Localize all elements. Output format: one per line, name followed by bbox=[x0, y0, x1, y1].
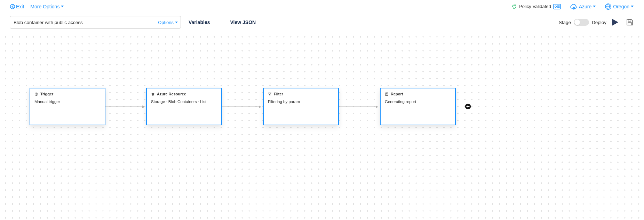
save-button[interactable] bbox=[626, 18, 634, 26]
svg-line-12 bbox=[574, 9, 575, 9]
svg-line-14 bbox=[574, 7, 575, 7]
refresh-icon bbox=[511, 4, 517, 9]
connector-arrow bbox=[105, 107, 144, 107]
workflow-options-label: Options bbox=[158, 20, 174, 25]
svg-point-0 bbox=[10, 4, 15, 9]
chevron-down-icon bbox=[61, 6, 64, 7]
chevron-down-icon bbox=[593, 6, 596, 7]
more-options-label: More Options bbox=[30, 4, 59, 9]
tab-view-json[interactable]: View JSON bbox=[230, 19, 256, 25]
node-subtitle: Filtering by param bbox=[268, 100, 334, 104]
add-node-button[interactable] bbox=[465, 103, 471, 110]
svg-rect-17 bbox=[628, 23, 631, 25]
exit-label: Exit bbox=[16, 4, 24, 9]
node-subtitle: Storage : Blob Containers : List bbox=[151, 100, 217, 104]
more-options-button[interactable]: More Options bbox=[30, 4, 64, 9]
svg-line-13 bbox=[573, 9, 573, 9]
svg-line-23 bbox=[37, 94, 37, 94]
exit-icon bbox=[10, 4, 15, 9]
node-header: Filter bbox=[268, 92, 334, 96]
workflow-name-field[interactable]: Options bbox=[10, 16, 181, 29]
topbar: Exit More Options Policy Validated Azure… bbox=[0, 0, 644, 13]
workflow-options-button[interactable]: Options bbox=[158, 20, 178, 25]
workflow-name-input[interactable] bbox=[14, 20, 156, 25]
workflow-node[interactable]: ReportGenerating report bbox=[380, 88, 456, 125]
toggle-knob bbox=[574, 19, 580, 25]
cloud-gear-icon bbox=[570, 3, 578, 10]
topbar-right: Policy Validated Azure Oregon bbox=[511, 3, 634, 10]
connector-arrow bbox=[339, 107, 378, 107]
node-type-icon bbox=[385, 92, 389, 96]
region-select[interactable]: Oregon bbox=[605, 3, 634, 10]
node-type-icon bbox=[151, 92, 155, 96]
node-title: Report bbox=[391, 92, 403, 96]
chevron-down-icon bbox=[175, 22, 178, 23]
node-header: Trigger bbox=[34, 92, 101, 96]
topbar-left: Exit More Options bbox=[10, 4, 64, 9]
connector-arrow bbox=[222, 107, 261, 107]
node-type-icon bbox=[268, 92, 272, 96]
plus-circle-icon bbox=[465, 103, 471, 110]
node-type-icon bbox=[34, 92, 38, 96]
globe-icon bbox=[605, 3, 612, 10]
deploy-label: Deploy bbox=[592, 20, 606, 25]
stage-deploy-toggle-group: Stage Deploy bbox=[559, 19, 606, 26]
exit-button[interactable]: Exit bbox=[10, 4, 24, 9]
node-header: Report bbox=[385, 92, 451, 96]
svg-point-2 bbox=[555, 6, 556, 7]
node-header: Azure Resource bbox=[151, 92, 217, 96]
run-button[interactable] bbox=[612, 19, 618, 26]
workflow-node[interactable]: FilterFiltering by param bbox=[263, 88, 339, 125]
workflow-node[interactable]: Azure ResourceStorage : Blob Containers … bbox=[146, 88, 222, 125]
node-title: Trigger bbox=[40, 92, 53, 96]
stage-deploy-toggle[interactable] bbox=[574, 19, 589, 26]
workflow-canvas[interactable]: TriggerManual triggerAzure ResourceStora… bbox=[0, 31, 644, 220]
workflow-node[interactable]: TriggerManual trigger bbox=[30, 88, 105, 125]
node-subtitle: Manual trigger bbox=[34, 100, 101, 104]
policy-status-label: Policy Validated bbox=[519, 4, 551, 9]
node-title: Filter bbox=[274, 92, 283, 96]
region-label: Oregon bbox=[613, 4, 629, 9]
tab-variables[interactable]: Variables bbox=[189, 19, 210, 25]
node-subtitle: Generating report bbox=[385, 100, 451, 104]
node-title: Azure Resource bbox=[157, 92, 186, 96]
chevron-down-icon bbox=[631, 6, 634, 7]
svg-line-11 bbox=[573, 7, 573, 7]
policy-card-icon bbox=[553, 4, 561, 9]
cloud-select[interactable]: Azure bbox=[570, 3, 596, 10]
workflow-toolbar: Options Variables View JSON Stage Deploy bbox=[0, 13, 644, 31]
policy-status: Policy Validated bbox=[511, 4, 561, 9]
cloud-label: Azure bbox=[579, 4, 592, 9]
stage-label: Stage bbox=[559, 20, 571, 25]
